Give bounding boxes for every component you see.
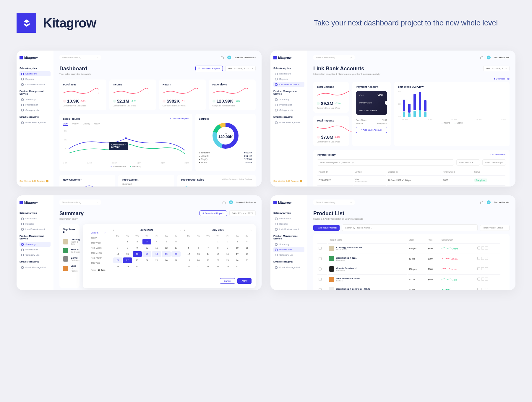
checkbox[interactable] xyxy=(319,247,322,250)
calendar-day[interactable]: 22 xyxy=(213,257,223,263)
calendar-day[interactable]: 11 xyxy=(152,245,161,251)
bell-icon[interactable] xyxy=(480,201,483,204)
calendar-day[interactable]: 30 xyxy=(223,264,232,269)
edit-icon[interactable] xyxy=(481,288,484,290)
checkbox[interactable] xyxy=(319,257,322,260)
sidebar-item-reports[interactable]: Reports xyxy=(273,221,304,226)
calendar-day[interactable]: 22 xyxy=(123,257,132,263)
bell-icon[interactable] xyxy=(223,201,226,204)
calendar-day[interactable]: 19 xyxy=(184,257,193,263)
sidebar-item-product-list[interactable]: Product List xyxy=(273,102,304,107)
calendar-day[interactable]: 24 xyxy=(142,257,152,263)
calendar-day[interactable]: 4 xyxy=(242,239,252,244)
sidebar-item-dashboard[interactable]: Dashboard xyxy=(20,216,51,221)
edit-icon[interactable] xyxy=(481,247,484,249)
credit-card[interactable]: Card VISA Primary Card 4323-3323-5894 › xyxy=(356,91,387,115)
sidebar-item-summary[interactable]: Summary xyxy=(20,242,51,247)
calendar-day[interactable]: 14 xyxy=(113,251,122,257)
view-icon[interactable] xyxy=(477,247,480,249)
sidebar-item-category-list[interactable]: Category List xyxy=(273,252,304,257)
sidebar-item-product-list[interactable]: Product List xyxy=(20,247,51,252)
sidebar-item-link-bank[interactable]: Link Bank Account xyxy=(273,82,304,87)
download-link[interactable]: ⬇ Download Reports xyxy=(169,117,189,120)
date-range-picker[interactable]: 16 to 22 June, 2021 xyxy=(229,210,256,216)
calendar-day[interactable]: 28 xyxy=(204,264,213,269)
filter-status[interactable]: Filter Status ▾ xyxy=(456,159,480,166)
view-icon[interactable] xyxy=(477,267,480,270)
search-input[interactable]: Search something...⌕ xyxy=(59,200,101,205)
checkbox[interactable] xyxy=(319,268,322,270)
avatar[interactable]: M xyxy=(487,56,491,59)
user-name[interactable]: Maxwell Ander xyxy=(494,56,510,59)
search-input[interactable]: Search something...⌕ xyxy=(313,200,355,205)
calendar-day[interactable]: 29 xyxy=(123,264,132,269)
edit-icon[interactable] xyxy=(481,278,484,281)
calendar-day[interactable]: 15 xyxy=(123,251,132,257)
sidebar-item-summary[interactable]: Summary xyxy=(273,242,304,247)
filter-status[interactable]: Filter Product Status xyxy=(480,225,510,231)
table-row[interactable]: PY/2030222Visa3520-8104-253116 June 2021… xyxy=(317,175,505,185)
calendar-day[interactable]: 20 xyxy=(194,257,203,263)
sidebar-item-email[interactable]: Email Message List xyxy=(20,265,51,270)
delete-icon[interactable] xyxy=(485,257,488,260)
calendar-june[interactable]: ‹June 2021› MoTuWeThFrSaSu12345678910111… xyxy=(113,228,181,274)
calendar-day[interactable]: 1 xyxy=(123,239,132,244)
view-icon[interactable] xyxy=(477,257,480,260)
calendar-day[interactable]: 9 xyxy=(133,245,142,251)
delete-icon[interactable] xyxy=(485,288,488,290)
date-range-picker[interactable]: 16 to 22 June, 2021 xyxy=(483,66,510,71)
calendar-day[interactable]: 28 xyxy=(113,264,122,269)
calendar-day[interactable]: 14 xyxy=(204,251,213,257)
calendar-day[interactable]: 21 xyxy=(113,257,122,263)
calendar-day[interactable]: 18 xyxy=(152,251,161,257)
sidebar-item-product-list[interactable]: Product List xyxy=(273,247,304,252)
sidebar-item-link-bank[interactable]: Link Bank Account xyxy=(273,227,304,232)
search-input[interactable]: Search something...⌕ xyxy=(59,55,101,60)
version-banner[interactable]: See Version 2.10 Feature xyxy=(273,180,302,182)
download-link[interactable]: ⬇ Download Rep xyxy=(494,78,510,80)
calendar-day[interactable]: 31 xyxy=(233,264,242,269)
app-logo[interactable]: kitagrow xyxy=(20,201,51,204)
calendar-day[interactable]: 12 xyxy=(162,245,171,251)
chevron-right-icon[interactable]: › xyxy=(180,228,181,232)
sidebar-item-category-list[interactable]: Category List xyxy=(20,108,51,113)
preset-option[interactable]: Custom✓ xyxy=(89,230,108,235)
calendar-day[interactable]: 2 xyxy=(223,239,232,244)
version-banner[interactable]: See Version 2.10 Feature xyxy=(20,180,48,182)
sidebar-item-email[interactable]: Email Message List xyxy=(273,265,304,270)
user-name[interactable]: Maxwell Anderson xyxy=(236,201,256,204)
calendar-day[interactable]: 18 xyxy=(242,251,252,257)
view-icon[interactable] xyxy=(477,288,480,290)
preset-option[interactable]: This Week xyxy=(89,240,108,245)
calendar-day[interactable]: 10 xyxy=(233,245,242,251)
product-search[interactable]: Search by Product Name... xyxy=(342,224,478,231)
preset-option[interactable]: Today xyxy=(89,235,108,240)
tab[interactable]: Monthly xyxy=(82,123,90,126)
table-row[interactable]: PY/093456UOStripe0256-270-991516 June 20… xyxy=(317,185,505,187)
sidebar-item-summary[interactable]: Summary xyxy=(20,97,51,102)
calendar-day[interactable]: 3 xyxy=(233,239,242,244)
chevron-left-icon[interactable]: ‹ xyxy=(113,228,114,232)
sidebar-item-reports[interactable]: Reports xyxy=(273,77,304,82)
sidebar-item-link-bank[interactable]: Link Bank Account xyxy=(20,227,51,232)
app-logo[interactable]: kitagrow xyxy=(273,201,304,204)
preset-option[interactable]: This Year xyxy=(89,260,108,265)
checkbox[interactable] xyxy=(319,288,322,290)
list-item[interactable]: Xbox SElectronics xyxy=(63,247,76,255)
app-logo[interactable]: kitagrow xyxy=(273,56,304,59)
sidebar-item-email[interactable]: Email Message List xyxy=(20,120,51,125)
sidebar-item-category-list[interactable]: Category List xyxy=(20,252,51,257)
delete-icon[interactable] xyxy=(485,267,488,270)
calendar-day[interactable]: 27 xyxy=(194,264,203,269)
sidebar-item-link-bank[interactable]: Link Bank Account xyxy=(20,82,51,87)
calendar-day[interactable]: 25 xyxy=(152,257,161,263)
sales-line-chart[interactable]: 0K0K0K0 Advertisement •6.203K xyxy=(63,128,189,161)
chevron-right-icon[interactable]: › xyxy=(251,228,252,232)
sidebar-item-dashboard[interactable]: Dashboard xyxy=(20,71,51,76)
calendar-day[interactable]: 13 xyxy=(171,245,181,251)
table-row[interactable]: Garmin SmartwatchElectronics 180 pcs$660… xyxy=(317,264,505,274)
user-name[interactable]: Maxwell Anderson ▾ xyxy=(235,56,256,59)
app-logo[interactable]: kitagrow xyxy=(20,56,51,59)
filter-date[interactable]: Filter Date Range xyxy=(482,159,506,166)
sidebar-item-product-list[interactable]: Product List xyxy=(20,102,51,107)
